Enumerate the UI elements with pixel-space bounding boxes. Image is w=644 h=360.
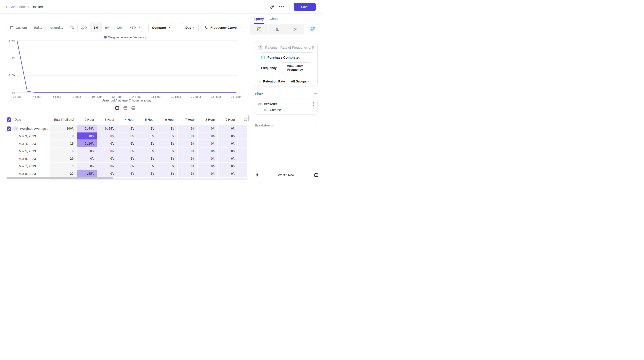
bar-chart-icon [275, 27, 280, 32]
svg-text:14 Hour: 14 Hour [131, 95, 142, 98]
frequency-value-dropdown[interactable]: Cumulative Frequency [282, 62, 312, 74]
svg-text:12 Hour: 12 Hour [112, 95, 122, 98]
chart-top-view-icon [123, 106, 128, 110]
range-xtd[interactable]: XTD [126, 23, 143, 32]
save-button[interactable]: Save [294, 3, 316, 11]
vertical-scrollbar[interactable] [248, 116, 250, 122]
tab-query[interactable]: Query [254, 14, 264, 24]
table-header-hour: 6 Hour [158, 116, 178, 124]
filter-property[interactable]: Browser [264, 102, 310, 106]
copy-link-icon[interactable] [268, 3, 276, 10]
split-panel-icon[interactable] [314, 173, 318, 177]
chevron-down-icon [168, 26, 170, 28]
chevron-down-icon [286, 80, 288, 82]
event-card[interactable]: Purchase Completed Frequency Cumulative … [258, 52, 314, 76]
horizontal-scrollbar[interactable] [7, 177, 113, 179]
breakdown-section-title: Breakdown [255, 124, 273, 127]
value-cell: 0% [238, 162, 247, 170]
report-canvas: CustomTodayYesterday7D30D3M6M12MXTD Comp… [0, 14, 250, 180]
filter-menu-icon[interactable] [313, 102, 314, 106]
layout-split-button[interactable] [113, 104, 121, 112]
value-cell: 0% [158, 170, 178, 178]
filter-section-header: Filter [255, 92, 318, 96]
topbar-actions: Save [268, 3, 316, 11]
metric-dropdown[interactable]: Retention Rate [263, 80, 288, 83]
breadcrumb-project[interactable]: E-Commerce [6, 5, 26, 8]
frequency-dots-icon [311, 27, 316, 32]
value-cell: 0% [137, 162, 158, 170]
legend-swatch [104, 36, 106, 38]
range-custom[interactable]: Custom [6, 23, 30, 32]
chart-style-button[interactable]: Frequency Curve [201, 23, 244, 32]
chart-legend[interactable]: Weighted Average Frequency [0, 36, 250, 39]
granularity-button[interactable]: Day [182, 23, 198, 32]
row-checkbox[interactable] [7, 126, 11, 131]
select-all-checkbox[interactable] [7, 118, 11, 122]
layout-table-only-button[interactable] [129, 104, 137, 112]
whats-new-button[interactable]: What's New [258, 173, 314, 177]
add-filter-icon[interactable] [314, 92, 318, 96]
filter-operator[interactable]: Is [264, 108, 266, 112]
more-menu-icon[interactable] [278, 3, 286, 10]
table-row: Mar 6, 2023200%0%0%0%0%0%0%0%0% [6, 155, 247, 162]
value-cell: 0% [238, 155, 247, 162]
value-cell: 0% [158, 148, 178, 155]
compare-button[interactable]: Compare [148, 23, 173, 32]
layout-toggle-row [0, 104, 250, 112]
expand-row-button[interactable] [13, 126, 18, 131]
compare-label: Compare [152, 26, 166, 30]
total-profiles-cell: 16 [50, 148, 77, 155]
value-cell: 0% [178, 140, 198, 148]
calendar-icon [10, 26, 14, 30]
frequency-type-dropdown[interactable]: Frequency [261, 66, 280, 70]
table-bottom-view-icon [131, 106, 136, 110]
value-cell: 0.04% [97, 125, 117, 132]
bar-chart-icon-tab[interactable] [268, 24, 286, 34]
metric-label: Retention Rate [263, 80, 285, 83]
value-cell: 4.55% [77, 170, 97, 178]
value-cell: 0% [117, 162, 137, 170]
tab-chart[interactable]: Chart [270, 14, 278, 24]
value-cell: 0% [137, 140, 158, 148]
svg-text:24 Hour: 24 Hour [231, 95, 241, 98]
report-title[interactable]: Untitled [32, 5, 43, 8]
range-today[interactable]: Today [30, 23, 46, 32]
range-7d[interactable]: 7D [66, 23, 78, 32]
collapse-panel-icon[interactable] [254, 173, 258, 177]
range-yesterday[interactable]: Yesterday [46, 23, 66, 32]
value-cell [198, 178, 218, 180]
range-30d[interactable]: 30D [78, 23, 90, 32]
row-label-cell: Mar 4, 2023 [6, 140, 50, 148]
svg-text:8 Hour: 8 Hour [72, 95, 82, 98]
add-breakdown-icon[interactable] [314, 124, 318, 127]
frequency-icon-tab[interactable] [304, 24, 322, 34]
flow-icon [293, 27, 298, 32]
range-6m[interactable]: 6M [102, 23, 113, 32]
layout-chart-only-button[interactable] [121, 104, 129, 112]
filter-value[interactable]: Chrome [270, 108, 281, 112]
line-chart-icon [257, 27, 262, 32]
value-cell: 0% [238, 132, 247, 140]
value-cell: 0% [178, 132, 198, 140]
breakdown-section-header: Breakdown [255, 124, 318, 127]
flow-chart-icon-tab[interactable] [286, 24, 304, 34]
value-cell: 0% [238, 170, 247, 178]
value-cell: 1.48% [77, 125, 97, 132]
range-3m[interactable]: 3M [90, 23, 102, 32]
value-cell: 0% [218, 148, 238, 155]
value-cell: 0% [178, 162, 198, 170]
total-profiles-cell: 15 [50, 162, 77, 170]
svg-text:10 Hour: 10 Hour [92, 95, 102, 98]
value-cell: 0% [158, 155, 178, 162]
series-title[interactable]: Retention Rate of Frequency of P... [265, 46, 314, 49]
groups-dropdown[interactable]: All Groups [291, 80, 310, 83]
range-12m[interactable]: 12M [113, 23, 126, 32]
table-row: Mar 5, 2023160%0%0%0%0%0%0%0%0% [6, 148, 247, 155]
table-header-date: Date [6, 116, 50, 124]
text-property-icon: Aa [258, 102, 262, 106]
chevron-down-icon [238, 26, 240, 28]
value-cell [158, 178, 178, 180]
value-cell: 0% [158, 125, 178, 132]
chart-type-insights-tab[interactable] [250, 24, 268, 34]
value-cell: 0% [137, 148, 158, 155]
